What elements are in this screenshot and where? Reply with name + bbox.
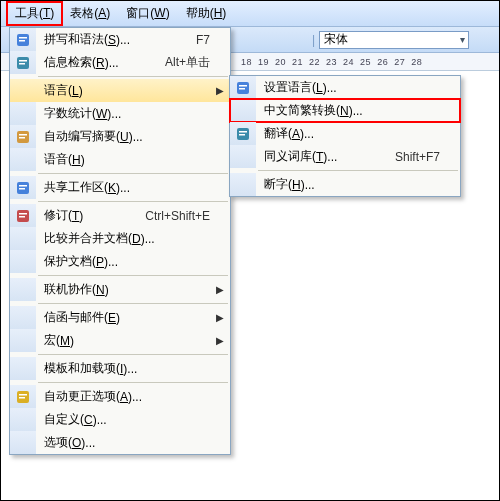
menubar-item-h[interactable]: 帮助(H) — [178, 2, 235, 25]
menu-item-label: 自动编写摘要(U)... — [36, 128, 230, 145]
svg-rect-1 — [19, 37, 27, 39]
ruler-mark: 19 — [258, 57, 269, 67]
svg-rect-11 — [19, 188, 25, 190]
tools-menu-item[interactable]: 拼写和语法(S)...F7 — [10, 28, 230, 51]
ruler-mark: 20 — [275, 57, 286, 67]
menu-separator — [38, 173, 228, 174]
svg-rect-14 — [19, 216, 25, 218]
blank-icon — [10, 227, 36, 250]
ruler-mark: 24 — [343, 57, 354, 67]
menu-item-label: 模板和加载项(I)... — [36, 360, 230, 377]
svg-rect-22 — [239, 131, 247, 133]
ruler-mark: 26 — [377, 57, 388, 67]
font-combo-value: 宋体 — [324, 31, 348, 48]
autocorrect-icon — [10, 385, 36, 408]
tools-menu-item[interactable]: 自动编写摘要(U)... — [10, 125, 230, 148]
menu-item-shortcut: Shift+F7 — [395, 150, 460, 164]
blank-icon — [10, 306, 36, 329]
blank-icon — [10, 102, 36, 125]
chevron-right-icon: ▶ — [216, 335, 224, 346]
blank-icon — [10, 431, 36, 454]
chevron-right-icon: ▶ — [216, 85, 224, 96]
blank-icon — [10, 250, 36, 273]
blank-icon — [10, 357, 36, 380]
menu-item-label: 自定义(C)... — [36, 411, 230, 428]
menubar-item-t[interactable]: 工具(T) — [7, 2, 62, 25]
menubar: 工具(T)表格(A)窗口(W)帮助(H) — [1, 1, 499, 27]
menu-item-label: 共享工作区(K)... — [36, 179, 230, 196]
blank-icon — [10, 79, 36, 102]
menu-item-label: 拼写和语法(S)... — [36, 31, 196, 48]
blank-icon — [230, 173, 256, 196]
svg-rect-7 — [19, 134, 27, 136]
tools-menu-item[interactable]: 模板和加载项(I)... — [10, 357, 230, 380]
menu-separator — [38, 275, 228, 276]
menu-item-label: 断字(H)... — [256, 176, 460, 193]
ruler-mark: 22 — [309, 57, 320, 67]
tools-menu-item[interactable]: 字数统计(W)... — [10, 102, 230, 125]
svg-rect-13 — [19, 213, 27, 215]
tools-menu-item[interactable]: 信息检索(R)...Alt+单击 — [10, 51, 230, 74]
menubar-item-a[interactable]: 表格(A) — [62, 2, 118, 25]
blank-icon — [230, 145, 256, 168]
menu-item-label: 宏(M) — [36, 332, 230, 349]
menu-item-shortcut: F7 — [196, 33, 230, 47]
tools-menu-item[interactable]: 保护文档(P)... — [10, 250, 230, 273]
tools-menu-item[interactable]: 语言(L)▶ — [10, 79, 230, 102]
menu-separator — [38, 354, 228, 355]
language-submenu-item[interactable]: 中文简繁转换(N)... — [230, 99, 460, 122]
font-combo[interactable]: 宋体 — [319, 31, 469, 49]
menu-item-shortcut: Alt+单击 — [165, 54, 230, 71]
language-submenu-item[interactable]: 断字(H)... — [230, 173, 460, 196]
menu-item-label: 信息检索(R)... — [36, 54, 165, 71]
tools-menu-item[interactable]: 联机协作(N)▶ — [10, 278, 230, 301]
research-icon — [10, 51, 36, 74]
menubar-item-w[interactable]: 窗口(W) — [118, 2, 177, 25]
menu-item-label: 保护文档(P)... — [36, 253, 230, 270]
svg-rect-20 — [239, 88, 245, 90]
menu-item-label: 联机协作(N) — [36, 281, 230, 298]
menu-item-label: 修订(T) — [36, 207, 145, 224]
menu-item-label: 翻译(A)... — [256, 125, 460, 142]
menu-separator — [38, 303, 228, 304]
menu-item-label: 字数统计(W)... — [36, 105, 230, 122]
menu-separator — [38, 76, 228, 77]
spell-icon — [10, 28, 36, 51]
tools-menu-item[interactable]: 选项(O)... — [10, 431, 230, 454]
ruler-mark: 28 — [411, 57, 422, 67]
tools-menu-item[interactable]: 共享工作区(K)... — [10, 176, 230, 199]
language-submenu-item[interactable]: 设置语言(L)... — [230, 76, 460, 99]
track-icon — [10, 204, 36, 227]
menu-separator — [38, 201, 228, 202]
svg-rect-4 — [19, 60, 27, 62]
chevron-right-icon: ▶ — [216, 312, 224, 323]
menu-item-label: 自动更正选项(A)... — [36, 388, 230, 405]
tools-menu-item[interactable]: 修订(T)Ctrl+Shift+E — [10, 204, 230, 227]
menu-item-label: 同义词库(T)... — [256, 148, 395, 165]
chevron-right-icon: ▶ — [216, 284, 224, 295]
language-submenu-item[interactable]: 同义词库(T)...Shift+F7 — [230, 145, 460, 168]
menu-separator — [38, 382, 228, 383]
blank-icon — [10, 329, 36, 352]
summary-icon — [10, 125, 36, 148]
tools-menu-item[interactable]: 自定义(C)... — [10, 408, 230, 431]
ruler-mark: 27 — [394, 57, 405, 67]
tools-menu-item[interactable]: 自动更正选项(A)... — [10, 385, 230, 408]
tools-menu-item[interactable]: 比较并合并文档(D)... — [10, 227, 230, 250]
tools-menu: 拼写和语法(S)...F7信息检索(R)...Alt+单击语言(L)▶字数统计(… — [9, 27, 231, 455]
svg-rect-17 — [19, 397, 25, 399]
svg-rect-23 — [239, 134, 245, 136]
language-submenu-item[interactable]: 翻译(A)... — [230, 122, 460, 145]
svg-rect-10 — [19, 185, 27, 187]
svg-rect-19 — [239, 85, 247, 87]
ruler-mark: 21 — [292, 57, 303, 67]
tools-menu-item[interactable]: 宏(M)▶ — [10, 329, 230, 352]
blank-icon — [230, 99, 256, 122]
menu-item-label: 中文简繁转换(N)... — [256, 102, 460, 119]
setlang-icon — [230, 76, 256, 99]
tools-menu-item[interactable]: 信函与邮件(E)▶ — [10, 306, 230, 329]
menu-item-label: 语音(H) — [36, 151, 230, 168]
tools-menu-item[interactable]: 语音(H) — [10, 148, 230, 171]
menu-item-label: 信函与邮件(E) — [36, 309, 230, 326]
svg-rect-5 — [19, 63, 25, 65]
